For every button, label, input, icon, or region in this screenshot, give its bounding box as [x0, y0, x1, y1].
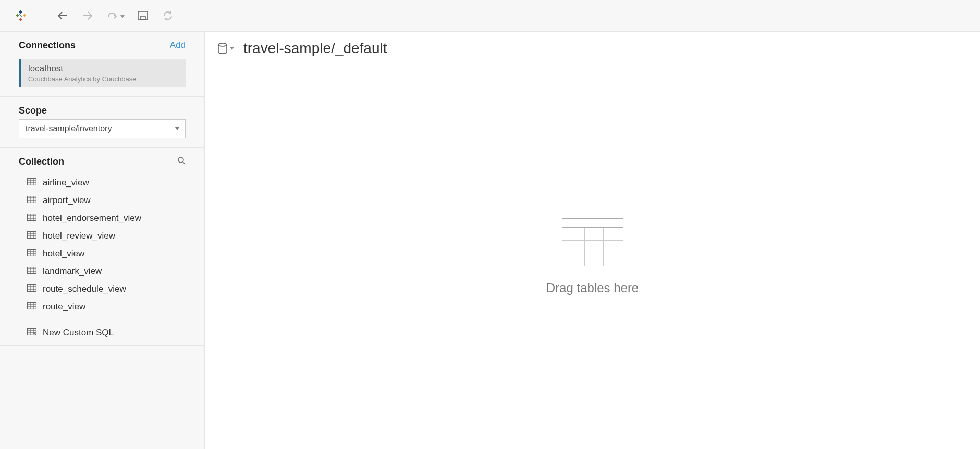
table-icon — [27, 284, 36, 294]
refresh-button[interactable] — [161, 9, 175, 22]
scope-value: travel-sample/inventory — [19, 119, 169, 138]
table-item[interactable]: airport_view — [27, 192, 186, 209]
app-root: Connections Add localhost Couchbase Anal… — [0, 0, 980, 449]
table-item[interactable]: route_schedule_view — [27, 281, 186, 297]
forward-button[interactable] — [81, 9, 94, 22]
svg-line-17 — [183, 162, 185, 164]
canvas-drop-area[interactable]: Drag tables here — [205, 65, 980, 449]
table-item[interactable]: airline_view — [27, 174, 186, 191]
save-button[interactable] — [136, 9, 150, 22]
svg-rect-48 — [28, 285, 36, 292]
connection-name: localhost — [28, 64, 178, 74]
custom-sql-label: New Custom SQL — [43, 328, 114, 338]
drag-tables-label: Drag tables here — [546, 281, 639, 295]
main-area: travel-sample/_default Drag tables here — [205, 32, 980, 449]
table-icon — [27, 178, 36, 188]
table-icon — [27, 213, 36, 223]
redo-button-group — [106, 9, 125, 22]
svg-rect-33 — [28, 232, 36, 239]
table-item-label: route_schedule_view — [43, 284, 126, 294]
svg-rect-23 — [28, 196, 36, 203]
scope-select[interactable]: travel-sample/inventory — [19, 119, 186, 138]
svg-rect-28 — [28, 214, 36, 221]
tableau-logo[interactable] — [0, 0, 42, 31]
sidebar: Connections Add localhost Couchbase Anal… — [0, 32, 205, 449]
svg-rect-13 — [138, 11, 148, 20]
svg-point-64 — [218, 43, 227, 46]
svg-rect-53 — [28, 303, 36, 309]
svg-marker-15 — [175, 127, 179, 130]
svg-marker-12 — [120, 15, 125, 18]
table-icon — [27, 195, 36, 206]
table-item-label: landmark_view — [43, 266, 102, 277]
toolbar — [0, 0, 980, 32]
table-item-label: airline_view — [43, 178, 89, 188]
nav-buttons — [42, 9, 175, 22]
redo-dropdown-icon[interactable] — [120, 11, 125, 20]
table-item-label: hotel_endorsement_view — [43, 213, 141, 223]
table-icon — [27, 266, 36, 277]
scope-title: Scope — [19, 105, 186, 116]
datasource-header: travel-sample/_default — [205, 32, 980, 65]
connections-section: Connections Add localhost Couchbase Anal… — [0, 32, 204, 97]
table-item[interactable]: landmark_view — [27, 263, 186, 280]
datasource-title[interactable]: travel-sample/_default — [243, 40, 387, 57]
table-item[interactable]: hotel_endorsement_view — [27, 210, 186, 227]
redo-button[interactable] — [106, 9, 119, 22]
placeholder-table-icon — [562, 218, 623, 266]
table-item[interactable]: hotel_review_view — [27, 228, 186, 244]
collection-section: Collection airline_viewairport_viewhotel… — [0, 148, 204, 346]
table-item[interactable]: route_view — [27, 298, 186, 315]
svg-point-16 — [178, 157, 183, 163]
svg-rect-38 — [28, 250, 36, 256]
add-connection-link[interactable]: Add — [170, 40, 186, 51]
table-item-label: airport_view — [43, 195, 91, 206]
table-icon — [27, 302, 36, 312]
collection-list: airline_viewairport_viewhotel_endorsemen… — [19, 174, 186, 315]
table-icon — [27, 248, 36, 259]
new-custom-sql[interactable]: New Custom SQL — [19, 320, 186, 340]
table-item-label: route_view — [43, 302, 85, 312]
table-item-label: hotel_view — [43, 248, 84, 259]
back-button[interactable] — [56, 9, 69, 22]
svg-rect-14 — [140, 17, 145, 20]
svg-rect-43 — [28, 267, 36, 274]
table-item[interactable]: hotel_view — [27, 245, 186, 262]
connection-item[interactable]: localhost Couchbase Analytics by Couchba… — [19, 59, 186, 87]
connection-driver: Couchbase Analytics by Couchbase — [28, 75, 178, 83]
custom-sql-icon — [27, 328, 36, 338]
scope-section: Scope travel-sample/inventory — [0, 97, 204, 148]
search-icon[interactable] — [177, 156, 186, 167]
svg-rect-18 — [28, 179, 36, 185]
collection-title: Collection — [19, 156, 64, 167]
table-item-label: hotel_review_view — [43, 231, 115, 241]
database-icon[interactable] — [217, 42, 234, 55]
svg-marker-65 — [230, 47, 234, 50]
table-icon — [27, 231, 36, 241]
connections-title: Connections — [19, 40, 76, 51]
scope-dropdown-icon[interactable] — [169, 119, 186, 138]
body: Connections Add localhost Couchbase Anal… — [0, 32, 980, 449]
